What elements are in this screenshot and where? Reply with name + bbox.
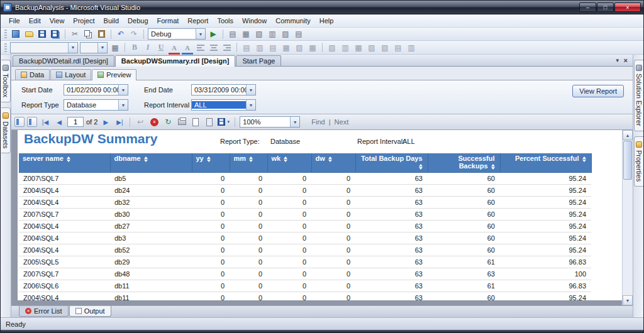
- column-header-dw[interactable]: dw: [311, 153, 355, 172]
- view-report-button[interactable]: View Report: [572, 85, 624, 97]
- sort-icon[interactable]: [328, 156, 332, 162]
- sidebar-item-toolbox[interactable]: Toolbox: [1, 60, 11, 102]
- minimize-button[interactable]: –: [579, 3, 596, 12]
- object-browser-icon[interactable]: ▥: [267, 28, 278, 40]
- background-color-icon[interactable]: A: [182, 42, 193, 53]
- column-header-successful-backups[interactable]: Successful Backups: [428, 153, 500, 172]
- font-size-combo[interactable]: ▼: [80, 42, 108, 53]
- scroll-up-icon[interactable]: ▲: [623, 130, 633, 140]
- print-layout-icon[interactable]: [190, 116, 201, 128]
- italic-icon[interactable]: I: [142, 42, 153, 53]
- page-setup-icon[interactable]: [204, 116, 215, 128]
- print-icon[interactable]: [176, 116, 187, 128]
- save-all-icon[interactable]: [50, 28, 61, 40]
- next-page-icon[interactable]: ▶: [100, 116, 111, 128]
- next-link[interactable]: Next: [335, 118, 349, 126]
- toolbar-grip[interactable]: [4, 30, 7, 38]
- align-center-icon[interactable]: [208, 42, 219, 53]
- menu-view[interactable]: View: [45, 16, 69, 26]
- sort-icon[interactable]: [284, 156, 287, 162]
- toolbar-grip[interactable]: [4, 43, 7, 52]
- report-type-combo[interactable]: Database ▼: [64, 99, 128, 111]
- menu-file[interactable]: File: [4, 16, 25, 26]
- menu-project[interactable]: Project: [69, 16, 99, 26]
- paste-icon[interactable]: [96, 28, 107, 40]
- align-lefts-icon[interactable]: ▤: [241, 42, 252, 53]
- add-item-icon[interactable]: [10, 28, 21, 40]
- column-header-total-backup-days[interactable]: Total Backup Days: [355, 153, 428, 172]
- solution-explorer-icon[interactable]: ▦: [240, 28, 252, 40]
- align-centers-icon[interactable]: ▥: [254, 42, 265, 53]
- menu-help[interactable]: Help: [315, 16, 338, 26]
- menu-tools[interactable]: Tools: [213, 16, 238, 26]
- export-icon[interactable]: ▼: [218, 116, 230, 128]
- view-tab-layout[interactable]: Layout: [50, 69, 91, 80]
- start-date-combo[interactable]: 01/02/2009 00:00:00 ▼: [64, 84, 128, 96]
- menu-community[interactable]: Community: [271, 16, 315, 26]
- refresh-icon[interactable]: ↻: [162, 116, 174, 128]
- save-icon[interactable]: [36, 28, 48, 40]
- chevron-down-icon[interactable]: ▼: [118, 100, 128, 110]
- end-date-combo[interactable]: 03/31/2009 00:00:00 ▼: [191, 84, 256, 96]
- vertical-spacing-icon[interactable]: ▧: [379, 42, 391, 53]
- view-tab-data[interactable]: Data: [15, 69, 50, 80]
- align-left-icon[interactable]: [195, 42, 206, 53]
- make-same-size-icon[interactable]: ▦: [353, 42, 364, 53]
- page-number-input[interactable]: [67, 117, 84, 127]
- debug-target-combo[interactable]: Debug ▼: [148, 28, 206, 40]
- chevron-down-icon[interactable]: ▼: [246, 85, 255, 95]
- doc-tab-start-page[interactable]: Start Page: [236, 55, 281, 66]
- active-files-dropdown-icon[interactable]: ▼: [615, 58, 620, 63]
- close-document-icon[interactable]: ×: [624, 57, 628, 64]
- underline-icon[interactable]: U: [155, 42, 167, 53]
- chevron-down-icon[interactable]: ▼: [97, 43, 107, 53]
- chevron-down-icon[interactable]: ▼: [246, 100, 255, 110]
- menu-window[interactable]: Window: [238, 16, 271, 26]
- menu-build[interactable]: Build: [99, 16, 123, 26]
- copy-icon[interactable]: [82, 28, 94, 40]
- stop-rendering-icon[interactable]: ×: [148, 116, 160, 128]
- make-same-width-icon[interactable]: ▧: [326, 42, 338, 53]
- column-header-yy[interactable]: yy: [192, 153, 230, 172]
- close-button[interactable]: ×: [614, 3, 641, 12]
- start-debugging-icon[interactable]: ▶: [208, 28, 219, 40]
- chevron-down-icon[interactable]: ▼: [68, 43, 77, 53]
- sidebar-item-properties[interactable]: Properties: [634, 136, 643, 187]
- align-bottoms-icon[interactable]: ▦: [307, 42, 318, 53]
- open-file-icon[interactable]: [23, 28, 35, 40]
- sort-icon[interactable]: [207, 156, 211, 162]
- sort-icon[interactable]: [144, 156, 148, 162]
- title-bar[interactable]: BackupAnalysis - Microsoft Visual Studio…: [1, 1, 643, 14]
- align-middles-icon[interactable]: ▨: [294, 42, 305, 53]
- chevron-down-icon[interactable]: ▼: [290, 117, 299, 127]
- align-tops-icon[interactable]: ▦: [280, 42, 292, 53]
- vertical-scrollbar[interactable]: ▲ ▼: [622, 130, 633, 305]
- column-header-mm[interactable]: mm: [230, 153, 267, 172]
- sort-icon[interactable]: [419, 164, 423, 170]
- column-header-dbname[interactable]: dbname: [110, 153, 192, 172]
- sidebar-item-solution-explorer[interactable]: Solution Explorer: [634, 60, 643, 131]
- zoom-combo[interactable]: 100% ▼: [240, 116, 300, 128]
- report-interval-combo[interactable]: ALL ▼: [191, 99, 256, 111]
- find-link[interactable]: Find: [311, 118, 325, 126]
- last-page-icon[interactable]: ▶|: [114, 116, 125, 128]
- properties-window-icon[interactable]: ▧: [253, 28, 265, 40]
- column-header-wk[interactable]: wk: [267, 153, 311, 172]
- undo-icon[interactable]: ↶: [115, 28, 126, 40]
- menu-format[interactable]: Format: [153, 16, 184, 26]
- find-in-files-icon[interactable]: ▤: [227, 28, 238, 40]
- foreground-color-icon[interactable]: A: [169, 42, 180, 53]
- first-page-icon[interactable]: |◀: [40, 116, 51, 128]
- bring-to-front-icon[interactable]: ▤: [392, 42, 404, 53]
- redo-icon[interactable]: ↷: [128, 28, 140, 40]
- view-tab-preview[interactable]: Preview: [92, 69, 136, 80]
- horizontal-spacing-icon[interactable]: ▨: [366, 42, 377, 53]
- chevron-down-icon[interactable]: ▼: [196, 29, 205, 39]
- doc-tab-backupdwsummary-rdl-design[interactable]: BackupDWSummary.rdl [Design]: [115, 55, 236, 67]
- font-name-combo[interactable]: ▼: [10, 42, 78, 53]
- back-to-parent-icon[interactable]: ↩: [135, 116, 146, 128]
- column-header-server-name[interactable]: server name: [19, 153, 110, 172]
- make-same-height-icon[interactable]: ▥: [340, 42, 351, 53]
- send-to-back-icon[interactable]: ▥: [406, 42, 417, 53]
- sort-icon[interactable]: [67, 156, 70, 162]
